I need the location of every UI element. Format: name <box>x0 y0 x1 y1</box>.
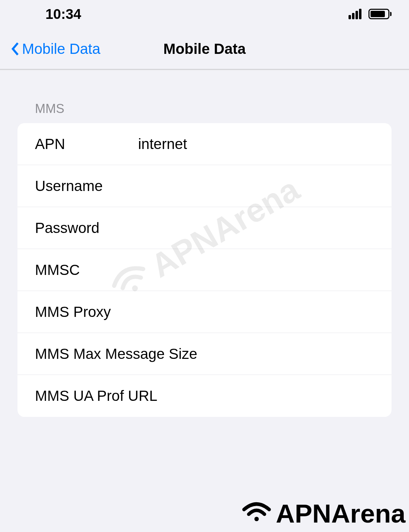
mmsc-row[interactable]: MMSC <box>17 249 392 291</box>
apn-label: APN <box>35 136 122 152</box>
status-icons <box>349 9 392 19</box>
mms-ua-prof-row[interactable]: MMS UA Prof URL <box>17 375 392 417</box>
watermark-bottom: APNArena <box>241 498 406 529</box>
svg-point-1 <box>254 517 259 521</box>
apn-row[interactable]: APN internet <box>17 123 392 165</box>
chevron-left-icon <box>10 42 19 56</box>
mms-proxy-row[interactable]: MMS Proxy <box>17 291 392 333</box>
watermark-text: APNArena <box>276 498 406 529</box>
page-title: Mobile Data <box>163 41 246 57</box>
mmsc-label: MMSC <box>35 262 122 278</box>
status-bar: 10:34 <box>0 0 409 28</box>
battery-icon <box>366 9 392 19</box>
mms-settings-card: APN internet Username Password MMSC MMS … <box>17 123 392 417</box>
wifi-icon <box>241 498 272 529</box>
apn-value[interactable]: internet <box>122 136 374 152</box>
status-time: 10:34 <box>45 6 81 22</box>
back-button[interactable]: Mobile Data <box>10 41 100 57</box>
mms-proxy-label: MMS Proxy <box>35 304 122 320</box>
section-header-mms: MMS <box>0 70 409 120</box>
username-label: Username <box>35 178 122 194</box>
password-label: Password <box>35 220 122 236</box>
password-row[interactable]: Password <box>17 207 392 249</box>
mms-ua-prof-label: MMS UA Prof URL <box>35 388 157 404</box>
mms-max-size-row[interactable]: MMS Max Message Size <box>17 333 392 375</box>
username-row[interactable]: Username <box>17 165 392 207</box>
navigation-bar: Mobile Data Mobile Data <box>0 28 409 70</box>
mms-max-size-label: MMS Max Message Size <box>35 346 197 362</box>
signal-icon <box>349 9 361 19</box>
back-label: Mobile Data <box>22 41 100 57</box>
